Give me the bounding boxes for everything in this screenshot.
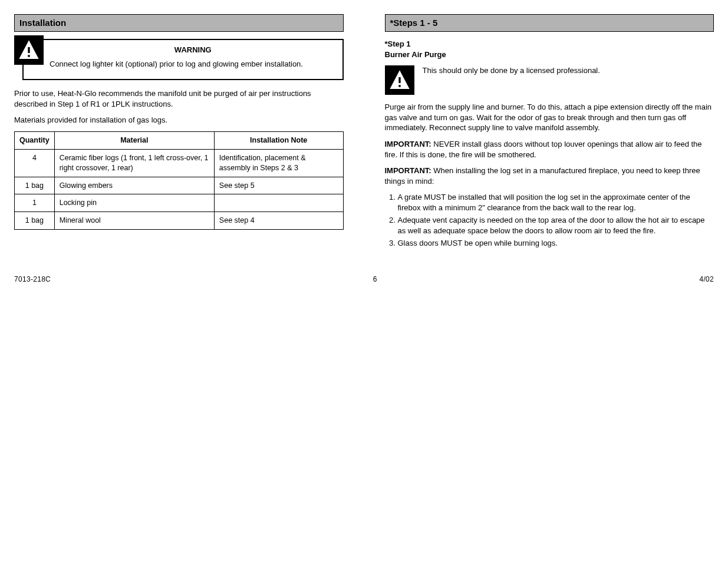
professional-warning: This should only be done by a licensed p… — [385, 65, 714, 95]
important-manufactured-fireplace: IMPORTANT: When installing the log set i… — [385, 166, 714, 186]
list-item: Adequate vent capacity is needed on the … — [398, 215, 714, 236]
col-quantity: Quantity — [15, 131, 55, 149]
table-row: 4 Ceramic fiber logs (1 front, 1 left cr… — [15, 149, 344, 177]
warning-title: WARNING — [50, 45, 337, 55]
requirements-list: A grate MUST be installed that will posi… — [385, 192, 714, 249]
warning-icon — [14, 35, 44, 65]
materials-table: Quantity Material Installation Note 4 Ce… — [14, 131, 344, 230]
table-row: 1 Locking pin — [15, 194, 344, 212]
purge-instructions: Purge air from the supply line and burne… — [385, 102, 714, 133]
page-footer: 7013-218C 6 4/02 — [14, 275, 714, 284]
footer-page-number: 6 — [373, 275, 377, 283]
warning-box: WARNING Connect log lighter kit (optiona… — [14, 39, 344, 80]
table-row: 1 bag Mineral wool See step 4 — [15, 212, 344, 230]
important-glass-doors: IMPORTANT: NEVER install glass doors wit… — [385, 139, 714, 160]
list-item: A grate MUST be installed that will posi… — [398, 192, 714, 213]
footer-part-number: 7013-218C — [14, 275, 51, 284]
installation-header: Installation — [14, 14, 344, 32]
col-note: Installation Note — [214, 131, 343, 149]
warning-text: Connect log lighter kit (optional) prior… — [50, 59, 337, 70]
intro-paragraph-2: Materials provided for installation of g… — [14, 115, 344, 125]
step1-title: *Step 1 — [385, 39, 411, 48]
table-row: 1 bag Glowing embers See step 5 — [15, 177, 344, 194]
steps-header: *Steps 1 - 5 — [385, 14, 714, 32]
intro-paragraph-1: Prior to use, Heat-N-Glo recommends the … — [14, 88, 344, 109]
footer-date: 4/02 — [699, 275, 714, 284]
professional-warning-text: This should only be done by a licensed p… — [423, 65, 714, 76]
warning-icon — [385, 65, 414, 95]
col-material: Material — [54, 131, 214, 149]
list-item: Glass doors MUST be open while burning l… — [398, 238, 714, 249]
step1-subtitle: Burner Air Purge — [385, 50, 446, 59]
